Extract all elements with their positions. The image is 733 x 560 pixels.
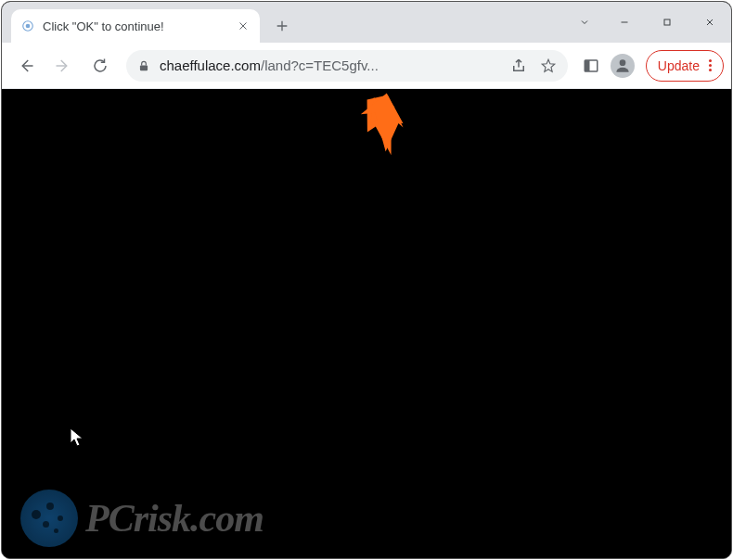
watermark: PCrisk.com: [20, 490, 264, 547]
toolbar: chaeffulace.com/land?c=TEC5gfv... Update: [2, 43, 731, 89]
side-panel-icon[interactable]: [583, 57, 599, 74]
titlebar: Click "OK" to continue!: [2, 2, 731, 43]
annotation-arrow-icon: [354, 93, 408, 158]
forward-button: [46, 49, 80, 83]
close-window-button[interactable]: [688, 2, 731, 43]
page-viewport: PCrisk.com: [2, 89, 731, 558]
svg-rect-3: [140, 65, 148, 70]
browser-window: Click "OK" to continue!: [1, 1, 732, 559]
minimize-button[interactable]: [603, 2, 646, 43]
tab-title: Click "OK" to continue!: [43, 19, 228, 33]
tab-search-button[interactable]: [566, 2, 603, 43]
url-text: chaeffulace.com/land?c=TEC5gfv...: [160, 57, 379, 73]
close-tab-icon[interactable]: [236, 19, 251, 33]
menu-dots-icon: [709, 59, 712, 71]
maximize-button[interactable]: [646, 2, 688, 43]
profile-avatar[interactable]: [611, 54, 635, 78]
svg-marker-7: [356, 93, 408, 154]
bookmark-star-icon[interactable]: [540, 57, 557, 74]
share-icon[interactable]: [510, 57, 527, 74]
tab-favicon-icon: [20, 19, 35, 33]
update-button[interactable]: Update: [646, 50, 724, 82]
lock-icon: [137, 59, 150, 72]
url-domain: chaeffulace.com: [160, 57, 261, 73]
browser-tab[interactable]: Click "OK" to continue!: [11, 9, 260, 43]
svg-point-6: [620, 59, 626, 66]
extensions-area: [583, 54, 635, 78]
svg-rect-2: [664, 19, 670, 25]
url-path: /land?c=TEC5gfv...: [261, 57, 379, 73]
window-controls: [566, 2, 731, 43]
mouse-cursor-icon: [70, 427, 84, 448]
svg-point-1: [26, 24, 31, 29]
update-label: Update: [658, 58, 700, 73]
watermark-logo-icon: [20, 490, 78, 547]
new-tab-button[interactable]: [269, 13, 295, 39]
reload-button[interactable]: [84, 49, 117, 83]
svg-rect-5: [585, 60, 589, 71]
address-bar[interactable]: chaeffulace.com/land?c=TEC5gfv...: [126, 50, 568, 82]
watermark-text: PCrisk.com: [85, 496, 264, 541]
back-button[interactable]: [9, 49, 43, 83]
